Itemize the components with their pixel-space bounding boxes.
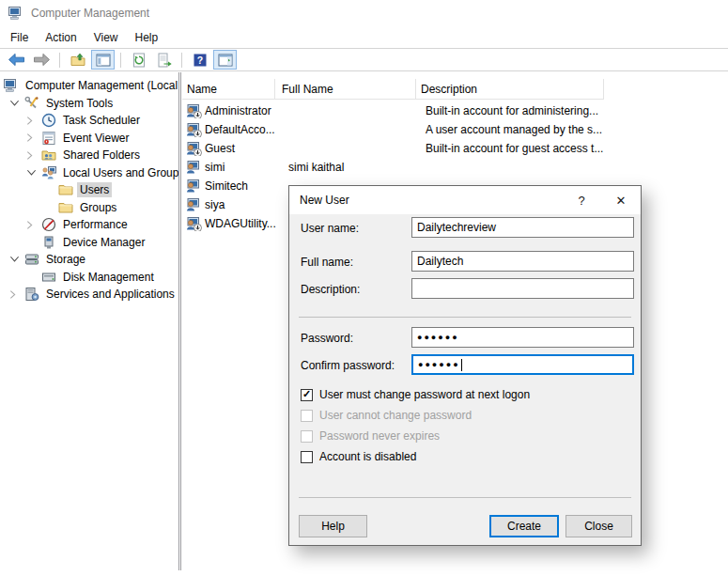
menu-help[interactable]: Help bbox=[127, 27, 167, 48]
checkbox-box[interactable] bbox=[301, 451, 313, 463]
console-tree: Computer Management (Local System Tools … bbox=[0, 72, 178, 576]
computer-icon bbox=[4, 78, 19, 93]
chevron-down-icon[interactable] bbox=[8, 256, 24, 263]
up-folder-icon bbox=[70, 53, 85, 68]
column-header-name[interactable]: Name bbox=[182, 79, 275, 99]
tree-item-event-viewer[interactable]: Event Viewer bbox=[0, 130, 178, 148]
tree-list-splitter[interactable] bbox=[178, 72, 181, 570]
disabled-arrow-badge-icon bbox=[194, 148, 202, 156]
description-field[interactable] bbox=[411, 278, 634, 299]
user-description: Built-in account for guest access t... bbox=[421, 142, 728, 155]
user-name: Simitech bbox=[205, 179, 248, 193]
tree-item-label: Disk Management bbox=[60, 270, 157, 285]
confirm-password-field[interactable]: ●●●●●● bbox=[411, 354, 634, 375]
menu-file[interactable]: File bbox=[2, 27, 37, 48]
close-button[interactable]: Close bbox=[565, 515, 632, 537]
window-title: Computer Management bbox=[31, 7, 149, 20]
user-icon bbox=[185, 122, 200, 137]
refresh-button[interactable] bbox=[127, 50, 150, 70]
menu-action[interactable]: Action bbox=[37, 27, 85, 48]
create-button[interactable]: Create bbox=[489, 515, 559, 537]
chevron-right-icon[interactable] bbox=[24, 116, 41, 126]
chevron-down-icon[interactable] bbox=[8, 100, 24, 107]
tree-item-label: Local Users and Groups bbox=[60, 165, 178, 180]
chevron-right-icon[interactable] bbox=[24, 220, 41, 230]
column-header-full-name[interactable]: Full Name bbox=[275, 79, 416, 99]
list-header: Name Full Name Description bbox=[182, 79, 604, 100]
full-name-field[interactable] bbox=[411, 251, 634, 272]
user-row-defaultaccount[interactable]: DefaultAcco... A user account managed by… bbox=[182, 120, 728, 139]
dialog-help-button[interactable]: ? bbox=[562, 187, 601, 214]
tree-item-performance[interactable]: Performance bbox=[0, 216, 178, 234]
back-button[interactable] bbox=[5, 50, 28, 70]
up-level-button[interactable] bbox=[66, 50, 89, 70]
toolbar-separator bbox=[181, 53, 182, 68]
tree-item-label: Users bbox=[77, 182, 112, 197]
toolbar bbox=[0, 49, 728, 71]
disabled-arrow-badge-icon bbox=[194, 111, 202, 118]
back-icon bbox=[8, 53, 25, 67]
menu-bar: File Action View Help bbox=[0, 26, 728, 49]
window-titlebar: Computer Management bbox=[0, 0, 728, 26]
tree-item-disk-management[interactable]: Disk Management bbox=[0, 269, 178, 287]
tree-item-local-users-and-groups[interactable]: Local Users and Groups bbox=[0, 164, 178, 182]
user-description: A user account managed by the s... bbox=[421, 123, 728, 136]
tree-item-services-and-applications[interactable]: Services and Applications bbox=[0, 286, 178, 304]
disabled-arrow-badge-icon bbox=[194, 224, 202, 231]
computer-management-app-icon bbox=[8, 6, 23, 21]
action-pane-icon bbox=[218, 53, 233, 68]
refresh-icon bbox=[132, 53, 147, 68]
password-field[interactable]: ●●●●●● bbox=[411, 327, 634, 348]
password-label: Password: bbox=[301, 332, 353, 345]
console-tree-icon bbox=[96, 53, 111, 68]
user-row-simi[interactable]: simi simi kaithal bbox=[182, 158, 728, 177]
checkbox-must-change-password[interactable]: ✓ User must change password at next logo… bbox=[301, 387, 530, 402]
forward-icon bbox=[33, 53, 51, 67]
help-button[interactable] bbox=[188, 50, 211, 70]
checkbox-cannot-change-password: User cannot change password bbox=[301, 408, 472, 423]
user-name: DefaultAcco... bbox=[205, 123, 275, 136]
system-tools-icon bbox=[24, 96, 39, 111]
tree-item-task-scheduler[interactable]: Task Scheduler bbox=[0, 112, 178, 130]
dialog-close-icon[interactable]: ✕ bbox=[601, 187, 641, 214]
user-icon bbox=[185, 141, 200, 156]
checkbox-box bbox=[301, 430, 313, 443]
user-name: WDAGUtility... bbox=[205, 217, 276, 230]
description-label: Description: bbox=[301, 283, 360, 296]
chevron-right-icon[interactable] bbox=[24, 150, 41, 161]
tree-item-system-tools[interactable]: System Tools bbox=[0, 95, 178, 113]
forward-button[interactable] bbox=[30, 50, 54, 70]
checkmark-icon: ✓ bbox=[302, 389, 311, 399]
chevron-right-icon[interactable] bbox=[8, 289, 24, 300]
user-name: simi bbox=[205, 161, 225, 174]
help-button[interactable]: Help bbox=[299, 515, 367, 537]
tree-item-groups[interactable]: Groups bbox=[0, 199, 178, 217]
tree-item-users[interactable]: Users bbox=[0, 181, 178, 199]
export-list-button[interactable] bbox=[152, 50, 176, 70]
tree-item-label: Computer Management (Local bbox=[23, 78, 178, 93]
event-viewer-icon bbox=[41, 131, 56, 146]
tree-item-storage[interactable]: Storage bbox=[0, 251, 178, 269]
checkbox-account-disabled[interactable]: Account is disabled bbox=[301, 449, 416, 464]
dialog-title: New User bbox=[289, 194, 562, 207]
user-row-administrator[interactable]: Administrator Built-in account for admin… bbox=[182, 101, 728, 120]
tree-item-device-manager[interactable]: Device Manager bbox=[0, 234, 178, 252]
tree-item-computer-management[interactable]: Computer Management (Local bbox=[0, 77, 178, 95]
folder-icon bbox=[58, 182, 73, 197]
confirm-password-label: Confirm password: bbox=[301, 359, 395, 372]
user-row-guest[interactable]: Guest Built-in account for guest access … bbox=[182, 139, 728, 158]
column-header-description[interactable]: Description bbox=[416, 79, 604, 99]
chevron-right-icon[interactable] bbox=[24, 132, 41, 143]
chevron-down-icon[interactable] bbox=[24, 169, 41, 177]
disk-management-icon bbox=[41, 270, 56, 285]
checkbox-box[interactable]: ✓ bbox=[301, 389, 313, 401]
help-icon bbox=[193, 53, 208, 68]
tree-item-shared-folders[interactable]: Shared Folders bbox=[0, 147, 178, 164]
show-action-pane-button[interactable] bbox=[213, 50, 237, 70]
performance-icon bbox=[41, 217, 56, 232]
user-icon bbox=[185, 197, 200, 212]
checkbox-label: Password never expires bbox=[319, 429, 440, 443]
show-console-tree-button[interactable] bbox=[91, 50, 115, 70]
user-name-field[interactable] bbox=[411, 217, 634, 238]
menu-view[interactable]: View bbox=[85, 27, 127, 48]
